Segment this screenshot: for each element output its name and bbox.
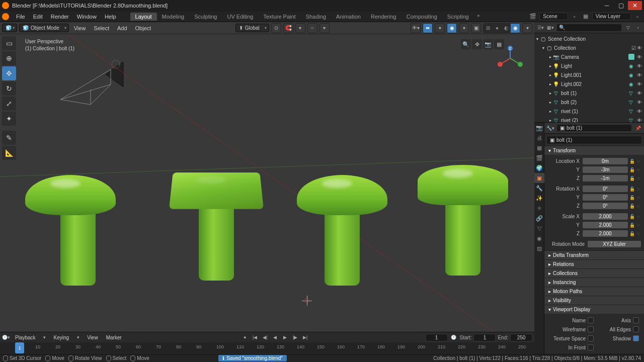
viewlayer-field[interactable]: View Layer [592,13,631,20]
start-frame-field[interactable]: 1 [473,334,496,341]
menu-file[interactable]: File [12,14,29,20]
tool-move[interactable]: ✥ [2,66,16,80]
tool-transform[interactable]: ✦ [2,112,16,126]
overlays-toggle[interactable]: ◉ [447,23,457,33]
jump-start-button[interactable]: |◀ [251,333,259,341]
workspace-tab-shading[interactable]: Shading [301,13,331,21]
orientation-dropdown[interactable]: ⬆Global [235,24,269,32]
outliner-editor-type[interactable]: ☰▾ [536,24,544,32]
shadow-checkbox[interactable] [633,335,639,341]
prop-tab-material[interactable]: ◉ [534,233,544,243]
tree-item[interactable]: ▸▽rivet (1)▽👁 [534,107,644,116]
workspace-tab-sculpting[interactable]: Sculpting [189,13,222,21]
properties-editor-type[interactable]: 🔧▾ [546,124,554,132]
nav-gizmo[interactable]: Z [496,44,524,72]
scale-y-field[interactable]: 2.000 [583,222,628,228]
scale-x-field[interactable]: 2.000 [583,213,628,220]
eye-icon[interactable]: 👁 [637,54,642,60]
eye-icon[interactable]: 👁 [637,81,642,87]
timeline-menu-marker[interactable]: Marker [103,335,125,340]
loc-y-field[interactable]: -3m [583,166,628,173]
eye-icon[interactable]: 👁 [637,45,642,51]
collection-checkbox[interactable]: ☑ [631,45,636,51]
workspace-tab-rendering[interactable]: Rendering [366,13,401,21]
jump-next-key-button[interactable]: |▶ [291,333,299,341]
timeline-menu-playback[interactable]: Playback [12,335,39,340]
outliner-new-collection[interactable]: ▫ [634,24,642,32]
tree-item[interactable]: ▸▽bolt (2)▽👁 [534,98,644,107]
prop-tab-texture[interactable]: ▨ [534,243,544,253]
tool-cursor[interactable]: ⊕ [2,51,16,65]
tree-collection[interactable]: ▾▢Collection☑👁 [534,43,644,52]
tree-item[interactable]: ▸💡Light.002◉👁 [534,79,644,88]
timeline-menu-keying[interactable]: Keying [51,335,72,340]
prop-tab-output[interactable]: 🖨 [534,133,544,143]
tree-item[interactable]: ▸💡Light◉👁 [534,61,644,70]
viewlayer-new-button[interactable]: ▫ [633,12,642,21]
nav-zoom-icon[interactable]: 🔍 [461,39,471,49]
prop-tab-scene[interactable]: 🎬 [534,153,544,163]
mesh-rivet-1[interactable] [25,175,116,286]
eye-icon[interactable]: 👁 [637,90,642,96]
timeline-menu-view[interactable]: View [84,335,101,340]
maximize-button[interactable]: ▢ [614,1,628,10]
viewport-menu-view[interactable]: View [71,25,89,31]
3d-viewport[interactable]: ▭ ⊕ ✥ ↻ ⤢ ✦ ✎ 📐 User Perspective (1) Col… [0,34,534,332]
texture-space-checkbox[interactable] [588,335,594,341]
outliner-filter[interactable]: ▽ [624,24,632,32]
eye-icon[interactable]: 👁 [637,72,642,78]
proportional-toggle[interactable]: ○ [307,23,317,33]
end-frame-field[interactable]: 250 [510,334,532,341]
snap-toggle[interactable]: 🧲 [283,23,293,33]
snap-type-dropdown[interactable]: ▾ [295,23,305,33]
keying-dropdown[interactable]: ▾ [74,333,82,341]
playhead[interactable]: 1 [15,342,24,353]
gizmo-dropdown[interactable]: ▾ [435,23,445,33]
tool-annotate[interactable]: ✎ [2,131,16,145]
shading-solid[interactable]: ● [493,24,502,33]
prop-tab-data[interactable]: ▽ [534,223,544,233]
viewport-menu-object[interactable]: Object [132,25,154,31]
loc-z-field[interactable]: -1m [583,175,628,182]
object-visibility-dropdown[interactable]: 👁▾ [411,23,421,33]
outliner-display-mode[interactable]: ▦▾ [546,24,554,32]
play-button[interactable]: ▶ [281,333,289,341]
workspace-tab-compositing[interactable]: Compositing [401,13,442,21]
workspace-tab-uv[interactable]: UV Editing [222,13,258,21]
rot-z-field[interactable]: 0° [583,203,628,209]
outliner-search[interactable]: 🔍 [556,24,622,32]
autokey-toggle[interactable]: ● [241,333,249,341]
playback-dropdown[interactable]: ▾ [41,333,49,341]
prop-tab-constraints[interactable]: 🔗 [534,213,544,223]
shading-wireframe[interactable]: ⊞ [484,24,493,33]
axis-checkbox[interactable] [633,317,639,323]
viewlayer-browse-icon[interactable]: ▦ [581,12,590,21]
rot-y-field[interactable]: 0° [583,194,628,201]
close-button[interactable]: ✕ [628,1,642,10]
menu-render[interactable]: Render [47,14,73,20]
prop-tab-particles[interactable]: ✨ [534,193,544,203]
timeline-editor-type[interactable]: 🕐▾ [2,333,10,341]
workspace-tab-animation[interactable]: Animation [331,13,366,21]
panel-transform[interactable]: ▾ Transform [544,146,644,155]
tree-item[interactable]: ▸💡Light.001◉👁 [534,70,644,79]
nav-camera-icon[interactable]: 📷 [483,39,493,49]
app-icon[interactable] [2,13,9,20]
current-frame-field[interactable]: 1 [426,334,448,341]
eye-icon[interactable]: 👁 [637,118,642,123]
rotation-mode-dropdown[interactable]: XYZ Euler [588,241,641,247]
eye-icon[interactable]: 👁 [637,63,642,69]
tool-measure[interactable]: 📐 [2,146,16,160]
object-breadcrumb[interactable]: ▣ bolt (1) [556,124,632,132]
gizmos-toggle[interactable]: ⬌ [423,23,433,33]
menu-edit[interactable]: Edit [29,14,47,20]
scene-browse-icon[interactable]: 🎬 [528,12,537,21]
prop-tab-object[interactable]: ▣ [534,173,544,183]
overlay-dropdown[interactable]: ▾ [459,23,469,33]
panel-visibility[interactable]: ▸ Visibility [544,296,644,305]
pin-button[interactable]: 📌 [634,124,642,132]
proportional-type-dropdown[interactable]: ▾ [319,23,330,33]
panel-motion[interactable]: ▸ Motion Paths [544,287,644,296]
jump-prev-key-button[interactable]: ◀| [261,333,269,341]
shading-dropdown[interactable]: ▾ [522,23,532,33]
